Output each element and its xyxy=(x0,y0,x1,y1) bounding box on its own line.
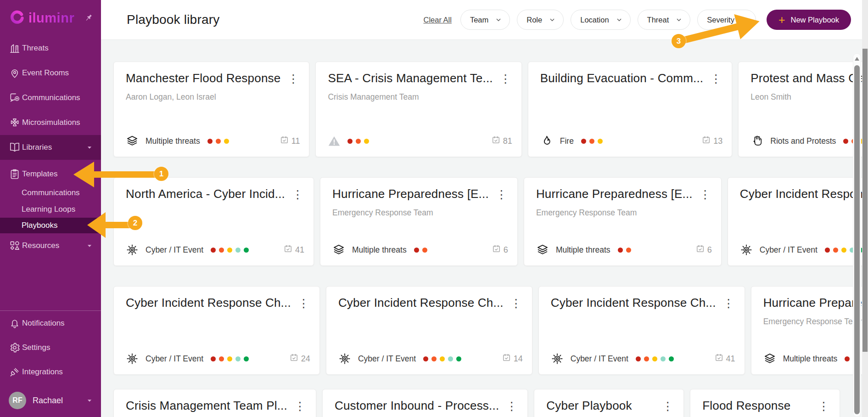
microsim-count-value: 11 xyxy=(291,136,300,146)
playbook-card[interactable]: Hurricane Preparedness [E...⋮Emergency R… xyxy=(524,177,722,266)
severity-dot xyxy=(414,248,419,253)
calendar-check-icon xyxy=(502,353,511,364)
playbook-card[interactable]: Hurricane Preparedness [E...⋮Emergency R… xyxy=(320,177,518,266)
card-menu-button[interactable]: ⋮ xyxy=(696,188,715,201)
clear-all-link[interactable]: Clear All xyxy=(423,16,451,24)
cards-row: Crisis Management Team Pl...⋮Crisis Mana… xyxy=(113,389,840,417)
playbook-card[interactable]: Cyber Incident Response Ch...⋮Cyber / IT… xyxy=(113,286,320,375)
sidebar-item-playbooks[interactable]: Playbooks xyxy=(0,218,101,233)
sidebar-item-communications[interactable]: Communications xyxy=(0,85,101,110)
microsim-count: 6 xyxy=(696,244,712,255)
card-menu-button[interactable]: ⋮ xyxy=(719,297,738,310)
app-root: { "theme": { "sidebar_bg": "#7A1B6E", "s… xyxy=(0,0,868,417)
card-footer: Riots and Protests10 xyxy=(750,135,868,147)
libraries-icon xyxy=(9,141,21,153)
sidebar-item-microsimulations[interactable]: Microsimulations xyxy=(0,110,101,135)
new-playbook-button[interactable]: + New Playbook xyxy=(767,10,851,30)
card-menu-button[interactable]: ⋮ xyxy=(291,400,309,413)
severity-dot xyxy=(626,248,631,253)
filter-team[interactable]: Team xyxy=(460,10,510,30)
severity-dot xyxy=(618,248,623,253)
card-menu-button[interactable]: ⋮ xyxy=(706,72,725,85)
card-menu-button[interactable]: ⋮ xyxy=(492,188,511,201)
microsim-count-value: 14 xyxy=(514,354,523,364)
card-footer: Cyber / IT Event14 xyxy=(338,352,523,365)
filter-bar: Clear All TeamRoleLocationThreatSeverity… xyxy=(423,10,851,30)
caret-down-icon xyxy=(85,143,94,152)
severity-dot xyxy=(227,248,232,253)
playbook-card[interactable]: Crisis Management Team Pl...⋮Crisis Mana… xyxy=(113,389,316,417)
card-menu-button[interactable]: ⋮ xyxy=(814,400,833,413)
microsim-count: 6 xyxy=(492,244,508,255)
microsim-count-value: 41 xyxy=(726,354,735,364)
microsim-count: 13 xyxy=(702,135,722,147)
card-title: Protest and Mass Gathering... xyxy=(750,71,868,85)
chevron-down-icon xyxy=(616,16,623,23)
severity-dot xyxy=(244,248,249,253)
severity-dot xyxy=(364,139,369,144)
card-menu-button[interactable]: ⋮ xyxy=(502,400,521,413)
card-menu-button[interactable]: ⋮ xyxy=(294,297,313,310)
playbook-card[interactable]: Manchester Flood Response⋮Aaron Logan, L… xyxy=(113,62,309,157)
content-scrollbar[interactable] xyxy=(853,53,861,417)
card-footer: Multiple threats11 xyxy=(126,135,300,147)
calendar-check-icon xyxy=(284,244,292,255)
playbook-card[interactable]: Hurricane Preparedness [E...⋮Emergency R… xyxy=(751,286,868,375)
playbook-card[interactable]: North America - Cyber Incid...⋮Cyber / I… xyxy=(113,177,314,266)
filter-severity[interactable]: Severity xyxy=(697,10,756,30)
card-footer: Cyber / IT Event41 xyxy=(126,243,304,256)
scroll-up-arrow-icon[interactable] xyxy=(855,57,859,61)
sidebar-item-communications[interactable]: Communications xyxy=(0,185,101,201)
sidebar-item-settings[interactable]: Settings xyxy=(0,335,101,360)
playbook-card[interactable]: Cyber Playbook⋮Cyber Response Team xyxy=(534,389,684,417)
severity-dot xyxy=(598,139,603,144)
severity-dot xyxy=(224,139,229,144)
severity-dot xyxy=(589,139,594,144)
user-name: Rachael xyxy=(33,396,63,406)
sidebar-item-resources[interactable]: Resources xyxy=(0,233,101,258)
sidebar-item-templates[interactable]: Templates xyxy=(0,163,101,185)
card-menu-button[interactable]: ⋮ xyxy=(496,72,515,85)
user-menu[interactable]: RF Rachael xyxy=(0,384,101,417)
card-title: Cyber Playbook xyxy=(546,399,672,413)
sidebar-item-threats[interactable]: Threats xyxy=(0,36,101,61)
card-menu-button[interactable]: ⋮ xyxy=(288,188,307,201)
playbook-card[interactable]: Cyber Incident Response Ch...⋮Cyber / IT… xyxy=(538,286,745,375)
severity-dot xyxy=(644,356,649,361)
sidebar-item-event-rooms[interactable]: Event Rooms xyxy=(0,61,101,85)
sidebar-item-label: Resources xyxy=(22,241,59,250)
severity-dots xyxy=(414,248,427,253)
filter-role[interactable]: Role xyxy=(517,10,564,30)
filter-label: Location xyxy=(580,16,609,24)
settings-icon xyxy=(9,342,21,354)
severity-dot xyxy=(244,356,249,361)
sidebar-nav-bottom: NotificationsSettingsIntegrations xyxy=(0,311,101,384)
card-menu-button[interactable]: ⋮ xyxy=(507,297,526,310)
sidebar-item-integrations[interactable]: Integrations xyxy=(0,360,101,384)
playbook-card[interactable]: Flood Response⋮Aaron Logan, Leon Israel xyxy=(690,389,840,417)
card-subtitle: Emergency Response Team xyxy=(332,208,505,218)
pin-icon[interactable] xyxy=(84,13,94,23)
card-title: Building Evacuation - Comm... xyxy=(540,71,720,85)
card-title: SEA - Crisis Management Te... xyxy=(328,71,509,85)
card-footer: Fire13 xyxy=(540,135,723,147)
playbook-card[interactable]: Customer Inbound - Process...⋮Business P… xyxy=(322,389,528,417)
playbook-card[interactable]: Cyber Incident Response Ch...⋮Cyber / IT… xyxy=(728,177,868,266)
sidebar-item-libraries[interactable]: Libraries xyxy=(0,135,101,160)
filter-location[interactable]: Location xyxy=(571,10,630,30)
sidebar-item-notifications[interactable]: Notifications xyxy=(0,311,101,335)
sidebar-item-learning-loops[interactable]: Learning Loops xyxy=(0,201,101,218)
severity-dot xyxy=(661,356,666,361)
card-subtitle: Leon Smith xyxy=(750,92,868,102)
card-title: Flood Response xyxy=(702,399,828,413)
card-menu-button[interactable]: ⋮ xyxy=(658,400,677,413)
content-scrollbar-thumb[interactable] xyxy=(854,65,860,414)
playbook-card[interactable]: Protest and Mass Gathering...⋮Leon Smith… xyxy=(738,62,868,157)
playbook-card[interactable]: Building Evacuation - Comm...⋮Fire13 xyxy=(528,62,733,157)
card-menu-button[interactable]: ⋮ xyxy=(284,72,302,85)
window-scrollbar[interactable] xyxy=(862,0,868,417)
playbook-card[interactable]: Cyber Incident Response Ch...⋮Cyber / IT… xyxy=(326,286,532,375)
window-scrollbar-thumb[interactable] xyxy=(862,49,868,352)
filter-threat[interactable]: Threat xyxy=(638,10,691,30)
playbook-card[interactable]: SEA - Crisis Management Te...⋮Crisis Man… xyxy=(315,62,521,157)
